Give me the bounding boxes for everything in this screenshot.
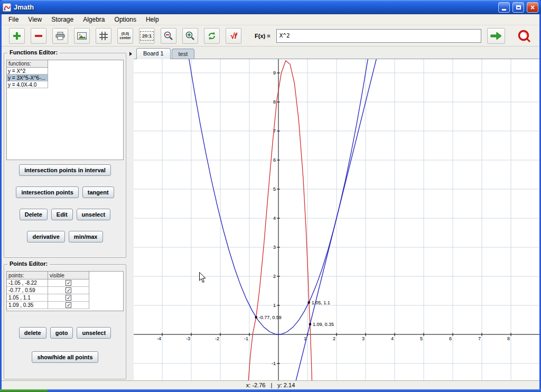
remove-button[interactable]: [31, 28, 46, 44]
status-x-coordinate: x: -2.76: [246, 382, 266, 388]
maximize-button[interactable]: [512, 2, 524, 13]
visible-checkbox[interactable]: [66, 280, 71, 286]
visible-cell: [48, 294, 89, 302]
show-hide-points-button[interactable]: show/hide all points: [32, 351, 98, 363]
point-cell[interactable]: -1.05 , -8.22: [7, 279, 48, 287]
minimize-icon: [502, 9, 506, 11]
derivative-button[interactable]: derivative: [27, 231, 64, 242]
plot-go-button[interactable]: [487, 28, 505, 44]
function-list-item[interactable]: y = X^2: [7, 68, 48, 74]
zoom-out-button[interactable]: [161, 28, 176, 44]
functions-list: functions: y = X^2 y = 3X^5-X^6-... y = …: [6, 60, 124, 160]
point-cell[interactable]: 1.05 , 1.1: [7, 294, 48, 302]
close-icon: ×: [530, 4, 535, 11]
center-origin-label-bottom: center: [119, 36, 130, 40]
status-separator: |: [270, 382, 272, 388]
svg-text:-1: -1: [244, 336, 248, 341]
visible-checkbox[interactable]: [66, 295, 71, 301]
functions-editor-panel: Functions Editor: functions: y = X^2 y =…: [4, 53, 126, 258]
delete-point-button[interactable]: delete: [19, 327, 46, 339]
sqrt-f-icon: √f: [230, 31, 237, 40]
window-title: Jmath: [14, 3, 496, 11]
close-button[interactable]: ×: [527, 2, 538, 13]
fx-label: F(x) =: [255, 33, 270, 39]
green-arrow-icon: [490, 31, 502, 41]
unselect-point-button[interactable]: unselect: [77, 327, 111, 339]
image-icon: [77, 32, 87, 40]
left-panel: Functions Editor: functions: y = X^2 y =…: [2, 46, 128, 380]
svg-text:7: 7: [478, 336, 481, 341]
app-window: Jmath × File View Storage Algebra Option…: [0, 0, 541, 392]
function-input[interactable]: [276, 29, 481, 43]
add-button[interactable]: [9, 28, 25, 44]
menu-view[interactable]: View: [23, 15, 46, 24]
panel-splitter[interactable]: [128, 46, 134, 380]
svg-text:5: 5: [420, 336, 423, 341]
functions-editor-title: Functions Editor:: [7, 49, 60, 55]
edit-function-button[interactable]: Edit: [51, 209, 73, 220]
refresh-button[interactable]: [204, 28, 220, 44]
status-bar: x: -2.76|y: 2.14: [2, 380, 539, 389]
zoom-scale-button[interactable]: 20:1: [139, 28, 155, 44]
menu-file[interactable]: File: [4, 15, 23, 24]
visible-checkbox[interactable]: [66, 302, 71, 308]
tab-test[interactable]: test: [172, 49, 195, 59]
intersection-points-button[interactable]: intersection points: [16, 186, 78, 198]
menu-options[interactable]: Options: [110, 15, 141, 24]
menu-storage[interactable]: Storage: [46, 15, 78, 24]
content-area: Functions Editor: functions: y = X^2 y =…: [2, 46, 539, 380]
svg-text:4: 4: [273, 216, 276, 221]
minmax-button[interactable]: min/max: [69, 231, 103, 242]
points-editor-title: Points Editor:: [7, 260, 50, 267]
plus-icon: [13, 32, 21, 40]
svg-text:8: 8: [273, 99, 276, 105]
graph-board[interactable]: -4-3-2-112345678987654321-1-1.05, -8.22-…: [134, 59, 539, 380]
center-origin-button[interactable]: (0,0) center: [117, 28, 133, 44]
print-button[interactable]: [52, 28, 68, 44]
plot-function-button[interactable]: √f: [226, 28, 241, 44]
point-cell[interactable]: 1.09 , 0.35: [7, 302, 48, 309]
taskbar-fragment: [48, 389, 541, 392]
taskbar-start-fragment: [0, 389, 48, 392]
splitter-collapse-icon[interactable]: [129, 52, 132, 56]
tangent-button[interactable]: tangent: [82, 186, 114, 198]
zoom-in-icon: [185, 31, 195, 41]
unselect-function-button[interactable]: unselect: [77, 209, 111, 220]
delete-function-button[interactable]: Delete: [20, 209, 48, 220]
function-list-item[interactable]: y = 4.0X-4.0: [7, 81, 48, 88]
reset-view-button[interactable]: [515, 27, 533, 44]
grid-toggle-button[interactable]: [96, 28, 111, 44]
function-list-item[interactable]: y = 3X^5-X^6-...: [7, 74, 48, 81]
svg-text:4: 4: [391, 336, 394, 341]
svg-text:8: 8: [507, 336, 510, 341]
grid-icon: [99, 31, 108, 41]
points-editor-panel: Points Editor: points: visible -1.05 , -…: [4, 264, 126, 379]
menu-algebra[interactable]: Algebra: [78, 15, 109, 24]
svg-text:-4: -4: [157, 336, 161, 341]
point-cell[interactable]: -0.77 , 0.59: [7, 287, 48, 294]
zoom-out-icon: [163, 31, 174, 41]
functions-list-header: functions:: [7, 60, 48, 68]
function-plot[interactable]: -4-3-2-112345678987654321-1-1.05, -8.22-…: [134, 59, 539, 380]
printer-icon: [55, 32, 65, 40]
intersection-interval-button[interactable]: intersection points in interval: [19, 164, 110, 176]
goto-point-button[interactable]: goto: [50, 327, 73, 339]
zoom-in-button[interactable]: [182, 28, 198, 44]
visible-cell: [48, 287, 89, 294]
svg-text:-3: -3: [186, 336, 190, 341]
svg-text:6: 6: [273, 157, 276, 163]
toolbar: (0,0) center 20:1 √f F(x) =: [2, 25, 539, 46]
svg-text:1.09, 0.35: 1.09, 0.35: [313, 322, 334, 327]
svg-text:3: 3: [273, 245, 276, 250]
visible-checkbox[interactable]: [66, 287, 71, 293]
tab-board-1[interactable]: Board 1: [136, 48, 171, 59]
visible-cell: [48, 302, 89, 309]
minimize-button[interactable]: [498, 2, 510, 13]
svg-text:3: 3: [362, 336, 365, 341]
points-column-header: points:: [7, 272, 48, 279]
svg-text:1: 1: [273, 303, 276, 308]
menu-help[interactable]: Help: [141, 15, 164, 24]
board-tab-bar: Board 1 test: [134, 46, 539, 59]
svg-text:6: 6: [449, 336, 452, 341]
screenshot-button[interactable]: [74, 28, 90, 44]
